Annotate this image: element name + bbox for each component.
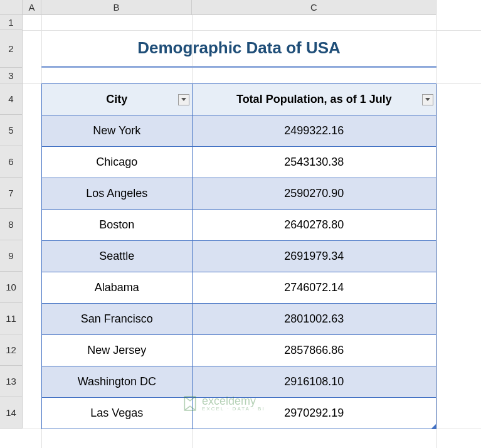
watermark-text: exceldemy EXCEL · DATA · BI [202, 395, 265, 412]
table-header-row: City Total Population, as of 1 July [42, 84, 436, 115]
row-header-14[interactable]: 14 [0, 397, 23, 429]
table-row: Chicago2543130.38 [42, 147, 436, 178]
spreadsheet-container: A B C 1 2 3 4 5 6 7 8 9 10 11 12 13 14 D… [0, 0, 481, 448]
cell-city[interactable]: New Jersey [42, 335, 193, 366]
cell-population[interactable]: 2691979.34 [192, 241, 436, 272]
page-title[interactable]: Demographic Data of USA [41, 30, 436, 68]
row-header-7[interactable]: 7 [0, 178, 23, 209]
table-row: New York2499322.16 [42, 115, 436, 147]
cell-population[interactable]: 2916108.10 [192, 366, 436, 398]
header-city[interactable]: City [42, 84, 193, 115]
row-header-6[interactable]: 6 [0, 146, 23, 178]
select-all-corner[interactable] [0, 0, 23, 15]
header-population[interactable]: Total Population, as of 1 July [192, 84, 436, 115]
row-header-11[interactable]: 11 [0, 303, 23, 334]
cell-population[interactable]: 2640278.80 [192, 210, 436, 241]
row-header-3[interactable]: 3 [0, 68, 23, 83]
table-row: Washington DC2916108.10 [42, 366, 436, 398]
row-header-5[interactable]: 5 [0, 115, 23, 146]
cell-city[interactable]: New York [42, 115, 193, 147]
table-row: Alabama2746072.14 [42, 272, 436, 304]
row-header-10[interactable]: 10 [0, 272, 23, 303]
cell-city[interactable]: Chicago [42, 147, 193, 178]
header-city-label: City [106, 93, 127, 105]
cell-city[interactable]: Washington DC [42, 366, 193, 398]
row-header-4[interactable]: 4 [0, 83, 23, 115]
row-headers: 1 2 3 4 5 6 7 8 9 10 11 12 13 14 [0, 15, 23, 429]
row-header-8[interactable]: 8 [0, 209, 23, 240]
data-table: City Total Population, as of 1 July New … [41, 83, 436, 429]
filter-button-city[interactable] [178, 94, 189, 105]
chevron-down-icon [181, 98, 186, 101]
watermark-logo-icon [182, 395, 198, 412]
watermark: exceldemy EXCEL · DATA · BI [182, 395, 265, 412]
table-row: New Jersey2857866.86 [42, 335, 436, 366]
row-header-12[interactable]: 12 [0, 334, 23, 366]
chevron-down-icon [425, 98, 430, 101]
row-header-13[interactable]: 13 [0, 366, 23, 397]
cell-city[interactable]: Los Angeles [42, 178, 193, 210]
col-header-b[interactable]: B [41, 0, 192, 15]
cell-population[interactable]: 2746072.14 [192, 272, 436, 304]
cell-population[interactable]: 2857866.86 [192, 335, 436, 366]
table-row: Seattle2691979.34 [42, 241, 436, 272]
cell-city[interactable]: San Francisco [42, 304, 193, 335]
row-header-2[interactable]: 2 [0, 30, 23, 68]
cell-population[interactable]: 2801002.63 [192, 304, 436, 335]
cell-population[interactable]: 2543130.38 [192, 147, 436, 178]
cell-population[interactable]: 2499322.16 [192, 115, 436, 147]
cell-city[interactable]: Seattle [42, 241, 193, 272]
cell-city[interactable]: Boston [42, 210, 193, 241]
table-body: New York2499322.16Chicago2543130.38Los A… [42, 115, 436, 429]
col-header-a[interactable]: A [23, 0, 41, 15]
filter-button-population[interactable] [422, 94, 433, 105]
table-resize-handle[interactable] [431, 424, 436, 429]
header-population-label: Total Population, as of 1 July [236, 93, 392, 105]
watermark-main: exceldemy [202, 395, 265, 407]
row-header-9[interactable]: 9 [0, 240, 23, 272]
column-headers: A B C [23, 0, 436, 15]
cell-city[interactable]: Alabama [42, 272, 193, 304]
row-header-1[interactable]: 1 [0, 15, 23, 30]
gridline-v [436, 15, 437, 448]
table-row: San Francisco2801002.63 [42, 304, 436, 335]
table-row: Boston2640278.80 [42, 210, 436, 241]
col-header-c[interactable]: C [192, 0, 436, 15]
cell-population[interactable]: 2590270.90 [192, 178, 436, 210]
watermark-sub: EXCEL · DATA · BI [202, 407, 265, 412]
cell-city[interactable]: Las Vegas [42, 398, 193, 429]
table-row: Los Angeles2590270.90 [42, 178, 436, 210]
